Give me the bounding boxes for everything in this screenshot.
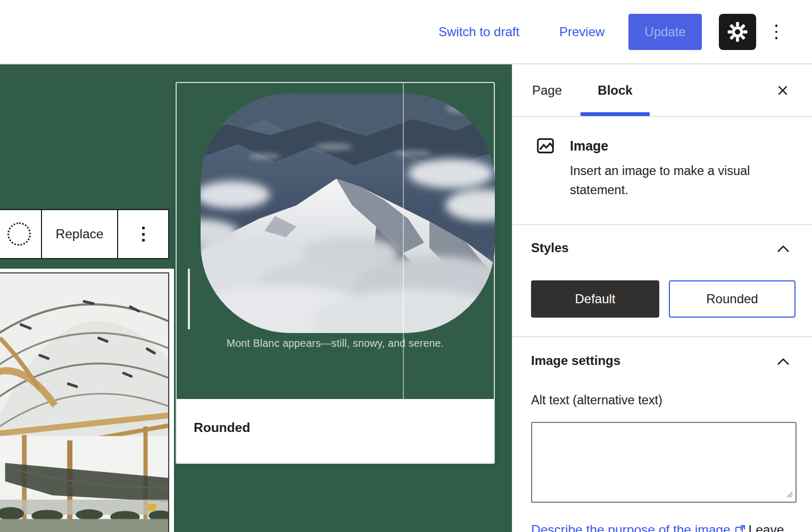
kebab-dot: [775, 37, 778, 39]
alt-text-input[interactable]: [531, 422, 797, 503]
style-option-rounded-label: Rounded: [706, 292, 758, 306]
close-icon: [776, 84, 790, 97]
greenhouse-image[interactable]: [0, 272, 169, 532]
tab-page[interactable]: Page: [523, 64, 571, 116]
editor-canvas: Replace: [0, 64, 512, 532]
collapse-styles-chevron-up-icon[interactable]: [776, 244, 790, 254]
divider: [512, 336, 812, 337]
options-menu-button[interactable]: [768, 14, 784, 50]
mont-blanc-image[interactable]: [201, 94, 495, 333]
block-title: Image: [570, 138, 608, 154]
block-toolbar-spinner-cell: [0, 210, 42, 258]
tab-block[interactable]: Block: [581, 64, 650, 116]
collapse-settings-chevron-up-icon[interactable]: [776, 357, 790, 367]
external-link-icon: [734, 523, 747, 532]
block-options-button[interactable]: [118, 210, 168, 258]
settings-sidebar: Page Block Image Insert an image to make…: [512, 64, 812, 532]
style-option-default-label: Default: [575, 292, 615, 306]
column-guide-line: [403, 83, 404, 399]
divider: [512, 116, 812, 117]
style-option-rounded[interactable]: Rounded: [669, 280, 796, 318]
settings-button[interactable]: [719, 14, 756, 50]
image-caption[interactable]: Mont Blanc appears—still, snowy, and ser…: [177, 337, 494, 350]
rounded-style-image-card: Mont Blanc appears—still, snowy, and ser…: [176, 82, 495, 464]
divider: [512, 224, 812, 225]
alt-text-label: Alt text (alternative text): [531, 393, 662, 408]
card-footer: Rounded: [177, 399, 494, 463]
update-button[interactable]: Update: [628, 14, 702, 50]
spinner-icon: [7, 222, 31, 246]
replace-button-label: Replace: [56, 227, 104, 242]
kebab-icon: [142, 227, 145, 242]
mont-blanc-illustration: [201, 94, 495, 333]
preview-link[interactable]: Preview: [559, 24, 604, 39]
style-name-label[interactable]: Rounded: [194, 420, 250, 435]
switch-to-draft-link[interactable]: Switch to draft: [438, 24, 519, 39]
close-sidebar-button[interactable]: [774, 82, 791, 99]
active-tab-indicator: [581, 112, 650, 116]
style-option-default[interactable]: Default: [531, 280, 659, 318]
alt-text-help: Describe the purpose of the image Leave: [531, 522, 784, 532]
kebab-dot: [775, 31, 778, 34]
update-button-label: Update: [644, 24, 685, 39]
help-suffix-text: Leave: [749, 522, 784, 532]
image-block-icon: [535, 136, 556, 156]
styles-heading: Styles: [531, 240, 569, 255]
kebab-dot: [142, 227, 145, 229]
image-settings-heading: Image settings: [531, 353, 620, 368]
snap-guide-line: [188, 269, 190, 329]
kebab-dot: [775, 24, 778, 27]
wordpress-editor: Switch to draft Preview Update: [0, 0, 812, 532]
kebab-dot: [142, 239, 145, 242]
editor-header: Switch to draft Preview Update: [0, 0, 812, 64]
block-description: Insert an image to make a visual stateme…: [570, 161, 793, 200]
describe-purpose-link[interactable]: Describe the purpose of the image: [531, 522, 731, 532]
gear-icon: [727, 22, 748, 42]
greenhouse-illustration: [0, 273, 168, 532]
replace-button[interactable]: Replace: [42, 210, 118, 258]
default-style-image-card[interactable]: [0, 269, 174, 532]
kebab-dot: [142, 233, 145, 236]
block-toolbar: Replace: [0, 209, 169, 259]
